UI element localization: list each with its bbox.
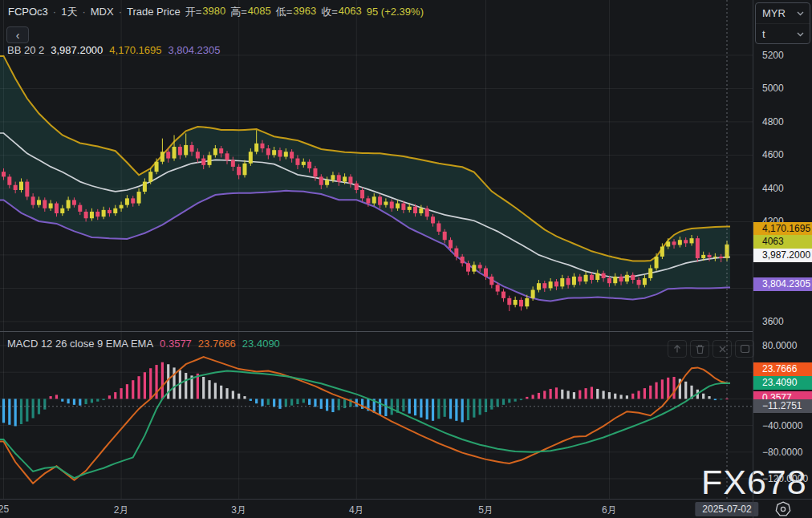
candle-body (660, 247, 664, 257)
pane-delete-button[interactable] (690, 340, 709, 358)
candle-body (7, 176, 11, 184)
candle-body (131, 198, 135, 203)
macd-histogram-bar (132, 380, 134, 399)
candle-body (290, 152, 294, 158)
macd-histogram-bar (538, 393, 540, 399)
high-value: 高=4085 (230, 5, 271, 19)
macd-histogram-bar (437, 399, 440, 419)
pane-move-up-button[interactable] (668, 340, 687, 358)
candle-body (684, 240, 688, 243)
candle-body (572, 277, 576, 285)
macd-histogram-bar (343, 399, 346, 408)
bb-fill (0, 56, 730, 301)
candle-body (607, 278, 611, 283)
macd-histogram-bar (173, 367, 175, 399)
candle-body (595, 273, 599, 280)
candle-body (613, 277, 617, 283)
macd-title: MACD 12 26 close 9 EMA EMA (7, 338, 153, 350)
macd-histogram-bar (485, 399, 487, 412)
macd-histogram-bar (661, 379, 664, 399)
low-value: 低=3963 (276, 5, 317, 19)
chart-quick-settings-button[interactable] (773, 500, 793, 518)
chevron-down-icon (797, 32, 804, 37)
pane-close-button[interactable] (713, 340, 732, 358)
macd-histogram-bar (602, 391, 604, 399)
candle-body (266, 148, 270, 155)
exchange-label: MDX (91, 6, 114, 18)
currency-select[interactable]: MYR (756, 3, 810, 23)
macd-histogram-bar (449, 399, 452, 419)
crosshair-value-label: −11.2751 (753, 399, 812, 413)
macd-histogram-bar (331, 399, 334, 412)
macd-histogram-bar (20, 399, 22, 424)
macd-histogram-bar (61, 399, 63, 401)
macd-histogram-bar (402, 399, 404, 411)
candle-body (60, 208, 64, 213)
last-price-label: 4063 (753, 235, 812, 249)
unit-select[interactable]: t (756, 23, 810, 44)
bb-lower-price-label: 3,804.2305 (753, 277, 812, 291)
candle-body (590, 275, 594, 280)
macd-histogram-bar (514, 399, 517, 401)
candle-body (37, 200, 41, 204)
candle-body (178, 147, 182, 155)
bb-legend[interactable]: BB 20 2 3,987.2000 4,170.1695 3,804.2305 (7, 44, 221, 56)
candle-body (413, 207, 417, 213)
price-tick-label: 4400 (762, 183, 784, 194)
macd-histogram-bar (684, 382, 687, 399)
macd-signal-value: 23.4090 (242, 338, 280, 350)
macd-histogram-bar (326, 399, 328, 411)
candle-body (602, 273, 606, 278)
candle-body (213, 148, 217, 155)
candle-body (408, 207, 412, 210)
time-tick-label: 4月 (349, 504, 364, 517)
candle-body (90, 212, 94, 218)
symbol-info-bar: FCPOc3 · 1天 · MDX · Trade Price 开=3980 高… (8, 5, 424, 19)
candle-body (49, 204, 53, 208)
macd-histogram-bar (120, 388, 122, 399)
macd-histogram-bar (455, 399, 457, 420)
bb-title: BB 20 2 (7, 44, 44, 56)
candle-body (43, 200, 47, 208)
macd-histogram-bar (26, 399, 28, 421)
candle-body (249, 152, 253, 164)
candle-body (501, 292, 505, 298)
macd-line (0, 357, 730, 484)
candle-body (436, 223, 441, 231)
candle-body (313, 168, 317, 176)
candle-body (137, 192, 141, 204)
candle-body (325, 180, 329, 185)
candle-body (631, 275, 635, 280)
unit-selector-box: MYR t (755, 2, 810, 44)
interval-label[interactable]: 1天 (61, 5, 77, 19)
symbol-name[interactable]: FCPOc3 (8, 6, 48, 18)
macd-histogram-bar (161, 362, 164, 399)
candle-body (84, 212, 88, 218)
candle-body (401, 204, 405, 210)
price-axis[interactable]: 520050004800460044004200360080.0000−40.0… (753, 0, 812, 499)
candle-body (166, 152, 170, 158)
candle-body (554, 281, 558, 286)
time-tick-label: 3月 (231, 504, 246, 517)
candle-body (560, 278, 564, 286)
series-type-label: Trade Price (127, 6, 181, 18)
pane-maximize-button[interactable] (735, 340, 754, 358)
macd-histogram-bar (14, 399, 17, 426)
candle-body (302, 162, 306, 165)
macd-histogram-bar (497, 399, 499, 407)
macd-histogram-bar (232, 391, 234, 399)
chart-canvas[interactable] (0, 0, 753, 499)
macd-pane-controls (668, 340, 754, 358)
open-value: 开=3980 (185, 5, 226, 19)
macd-tick-label: −40.0000 (762, 420, 802, 431)
candle-body (208, 155, 212, 164)
time-axis[interactable]: 252月3月4月5月6月2025-07-02 (0, 499, 753, 518)
candle-body (449, 240, 453, 248)
back-button[interactable]: ‹ (6, 26, 29, 43)
macd-histogram-bar (567, 391, 570, 399)
candle-body (148, 172, 152, 181)
macd-legend[interactable]: MACD 12 26 close 9 EMA EMA 0.3577 23.766… (7, 338, 280, 350)
candle-body (431, 217, 435, 223)
macd-histogram-bar (91, 399, 93, 403)
bb-lower-value: 3,804.2305 (168, 44, 220, 56)
